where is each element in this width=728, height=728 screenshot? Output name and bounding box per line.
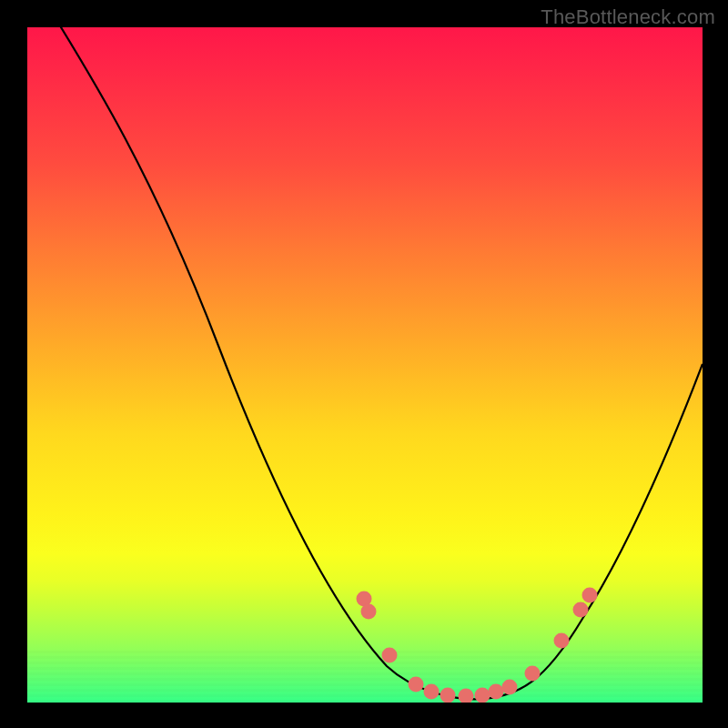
- data-marker: [361, 604, 377, 620]
- data-marker: [440, 688, 456, 703]
- data-marker: [502, 680, 518, 695]
- data-marker: [573, 602, 589, 618]
- watermark-text: TheBottleneck.com: [541, 5, 715, 29]
- chart-frame: TheBottleneck.com: [0, 0, 728, 728]
- plot-area: [27, 27, 703, 703]
- data-marker: [554, 633, 570, 649]
- curve-svg: [27, 27, 703, 703]
- data-marker: [475, 688, 490, 703]
- data-marker: [459, 689, 474, 703]
- marker-group: [357, 588, 598, 703]
- data-marker: [424, 684, 440, 700]
- data-marker: [525, 666, 541, 682]
- data-marker: [382, 648, 398, 663]
- data-marker: [489, 684, 504, 700]
- data-marker: [409, 677, 424, 693]
- data-marker: [582, 588, 598, 603]
